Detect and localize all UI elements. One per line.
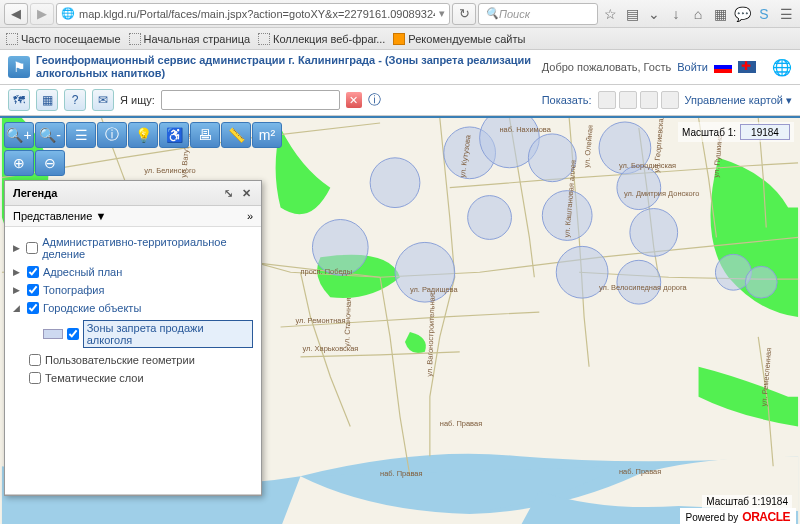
show-opt-1[interactable] bbox=[598, 91, 616, 109]
svg-point-14 bbox=[745, 267, 777, 299]
login-link[interactable]: Войти bbox=[677, 61, 708, 73]
home-icon[interactable]: ⌂ bbox=[688, 4, 708, 24]
legend-close-icon[interactable]: ✕ bbox=[239, 186, 253, 200]
main-toolbar: 🗺 ▦ ? ✉ Я ищу: ✕ ⓘ Показать: Управление … bbox=[0, 85, 800, 116]
tree-topo-checkbox[interactable] bbox=[27, 284, 39, 296]
bookmark-frequent[interactable]: Часто посещаемые bbox=[6, 33, 121, 45]
help-button[interactable]: ? bbox=[64, 89, 86, 111]
search-input[interactable] bbox=[161, 90, 340, 110]
svg-text:наб. Правая: наб. Правая bbox=[619, 468, 661, 477]
info-icon[interactable]: ⓘ bbox=[368, 91, 381, 109]
tree-admin-checkbox[interactable] bbox=[26, 242, 38, 254]
print-button[interactable]: 🖶 bbox=[190, 122, 220, 148]
skype-icon[interactable]: S bbox=[754, 4, 774, 24]
tree-thematic-checkbox[interactable] bbox=[29, 372, 41, 384]
globe-icon: 🌐 bbox=[61, 7, 75, 20]
tree-usergeom-checkbox[interactable] bbox=[29, 354, 41, 366]
search-label: Я ищу: bbox=[120, 94, 155, 106]
svg-text:наб. Правая: наб. Правая bbox=[380, 470, 422, 479]
back-button[interactable]: ◀ bbox=[4, 3, 28, 25]
globe-icon[interactable]: 🌐 bbox=[772, 58, 792, 77]
tree-address-checkbox[interactable] bbox=[27, 266, 39, 278]
measure-line-button[interactable]: 📏 bbox=[221, 122, 251, 148]
scale-input[interactable] bbox=[740, 124, 790, 140]
star-icon[interactable]: ☆ bbox=[600, 4, 620, 24]
legend-title-text: Легенда bbox=[13, 187, 57, 199]
legend-expand-icon[interactable]: ⤡ bbox=[221, 186, 235, 200]
bookmarks-bar: Часто посещаемые Начальная страница Колл… bbox=[0, 28, 800, 50]
page-icon bbox=[129, 33, 141, 45]
legend-swatch bbox=[43, 329, 63, 339]
scale-label-bottom: Масштаб 1:19184 bbox=[702, 495, 792, 508]
show-opt-2[interactable] bbox=[619, 91, 637, 109]
scale-label: Масштаб 1: bbox=[682, 127, 736, 138]
svg-text:ул. Олейная: ул. Олейная bbox=[582, 125, 595, 168]
grid-icon[interactable]: ▦ bbox=[710, 4, 730, 24]
url-input[interactable] bbox=[79, 8, 435, 20]
show-opt-4[interactable] bbox=[661, 91, 679, 109]
clear-button[interactable]: ✕ bbox=[346, 92, 362, 108]
site-logo: ⚑ bbox=[8, 56, 30, 78]
zoom-in-2-button[interactable]: ⊕ bbox=[4, 150, 34, 176]
legend-collapse-icon[interactable]: » bbox=[247, 210, 253, 222]
legend-view-menu[interactable]: Представление ▼ » bbox=[5, 206, 261, 227]
download-icon[interactable]: ↓ bbox=[666, 4, 686, 24]
header-right: Добро пожаловать, Гость Войти 🌐 bbox=[542, 58, 792, 77]
measure-area-button[interactable]: m² bbox=[252, 122, 282, 148]
welcome-text: Добро пожаловать, Гость bbox=[542, 61, 671, 73]
page-icon bbox=[258, 33, 270, 45]
show-opt-3[interactable] bbox=[640, 91, 658, 109]
browser-search[interactable]: 🔍 Поиск bbox=[478, 3, 598, 25]
zoom-out-button[interactable]: 🔍- bbox=[35, 122, 65, 148]
tree-city-checkbox[interactable] bbox=[27, 302, 39, 314]
zoom-in-button[interactable]: 🔍+ bbox=[4, 122, 34, 148]
menu-icon[interactable]: ☰ bbox=[776, 4, 796, 24]
forward-button[interactable]: ▶ bbox=[30, 3, 54, 25]
browser-toolbar: ◀ ▶ 🌐 ▾ ↻ 🔍 Поиск ☆ ▤ ⌄ ↓ ⌂ ▦ 💬 S ☰ bbox=[0, 0, 800, 28]
site-title: Геоинформационный сервис администрации г… bbox=[36, 54, 542, 80]
tip-button[interactable]: 💡 bbox=[128, 122, 158, 148]
flag-ru[interactable] bbox=[714, 61, 732, 73]
pocket-icon[interactable]: ⌄ bbox=[644, 4, 664, 24]
tree-alcohol[interactable]: Зоны запрета продажи алкоголя bbox=[11, 317, 255, 351]
map-viewport[interactable]: наб. Нахимова ул. Кутузова ул. Бородинск… bbox=[0, 116, 800, 524]
flag-en[interactable] bbox=[738, 61, 756, 73]
address-bar[interactable]: 🌐 ▾ bbox=[56, 3, 450, 25]
legend-title-bar[interactable]: Легенда ⤡ ✕ bbox=[5, 181, 261, 206]
tree-topo[interactable]: ▶Топография bbox=[11, 281, 255, 299]
show-link[interactable]: Показать: bbox=[542, 94, 592, 106]
tree-alcohol-checkbox[interactable] bbox=[67, 328, 79, 340]
bookmark-recommended[interactable]: Рекомендуемые сайты bbox=[393, 33, 525, 45]
folder-icon bbox=[6, 33, 18, 45]
tree-city[interactable]: ◢Городские объекты bbox=[11, 299, 255, 317]
dropdown-icon[interactable]: ▾ bbox=[439, 7, 445, 20]
accessibility-button[interactable]: ♿ bbox=[159, 122, 189, 148]
svg-text:просп. Победы: просп. Победы bbox=[300, 268, 352, 277]
svg-text:ул. Радищева: ул. Радищева bbox=[410, 286, 459, 295]
page-header: ⚑ Геоинформационный сервис администрации… bbox=[0, 50, 800, 85]
svg-text:ул. Велосипедная дорога: ул. Велосипедная дорога bbox=[599, 284, 687, 293]
legend-panel: Легенда ⤡ ✕ Представление ▼ » ▶Администр… bbox=[4, 180, 262, 496]
svg-text:ул. Бородинская: ул. Бородинская bbox=[619, 161, 676, 170]
bookmark-start[interactable]: Начальная страница bbox=[129, 33, 250, 45]
layers-button[interactable]: ☰ bbox=[66, 122, 96, 148]
svg-point-5 bbox=[468, 196, 512, 240]
tree-usergeom[interactable]: Пользовательские геометрии bbox=[11, 351, 255, 369]
reload-button[interactable]: ↻ bbox=[452, 3, 476, 25]
show-icon-group bbox=[598, 91, 679, 109]
tree-address[interactable]: ▶Адресный план bbox=[11, 263, 255, 281]
zoom-out-2-button[interactable]: ⊖ bbox=[35, 150, 65, 176]
svg-text:наб. Нахимова: наб. Нахимова bbox=[500, 125, 552, 134]
identify-button[interactable]: ⓘ bbox=[97, 122, 127, 148]
search-placeholder: Поиск bbox=[499, 8, 530, 20]
map-button[interactable]: 🗺 bbox=[8, 89, 30, 111]
mail-button[interactable]: ✉ bbox=[92, 89, 114, 111]
svg-text:ул. Ремонтная: ул. Ремонтная bbox=[296, 316, 346, 325]
tree-thematic[interactable]: Тематические слои bbox=[11, 369, 255, 387]
bookmark-collection[interactable]: Коллекция веб-фраг... bbox=[258, 33, 385, 45]
layers-button[interactable]: ▦ bbox=[36, 89, 58, 111]
map-control-link[interactable]: Управление картой ▾ bbox=[685, 94, 793, 107]
chat-icon[interactable]: 💬 bbox=[732, 4, 752, 24]
tree-admin[interactable]: ▶Административно-территориальное деление bbox=[11, 233, 255, 263]
clipboard-icon[interactable]: ▤ bbox=[622, 4, 642, 24]
